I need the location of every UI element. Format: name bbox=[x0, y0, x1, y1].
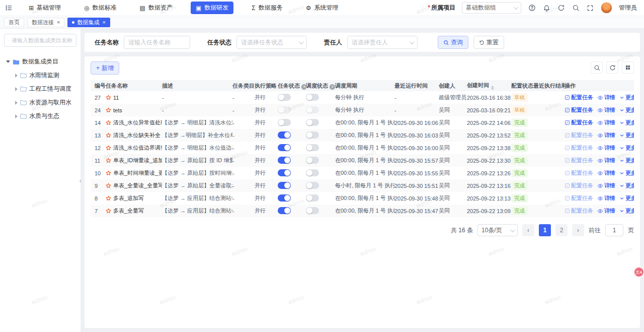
tree-node-child-2[interactable]: 工程工情与调度 bbox=[4, 82, 76, 96]
configure-task-link[interactable]: 配置任务 bbox=[565, 106, 593, 114]
configure-task-link[interactable]: 配置任务 bbox=[565, 157, 593, 164]
prev-page-button[interactable]: ‹ bbox=[522, 224, 534, 236]
task-status-toggle[interactable] bbox=[278, 131, 291, 139]
nav-item-6[interactable]: ⚙系统管理 bbox=[301, 2, 344, 14]
detail-link[interactable]: 详情 bbox=[597, 94, 615, 101]
tree-node-child-4[interactable]: 水质与生态 bbox=[4, 109, 76, 123]
task-status-toggle[interactable] bbox=[278, 157, 291, 164]
detail-link[interactable]: 详情 bbox=[597, 106, 615, 114]
schedule-status-toggle[interactable] bbox=[306, 131, 319, 139]
configure-task-link[interactable]: 配置任务 bbox=[565, 94, 593, 101]
sync-icon[interactable] bbox=[557, 4, 565, 12]
more-link[interactable]: 更多 bbox=[619, 119, 634, 126]
schedule-status-toggle[interactable] bbox=[306, 182, 319, 189]
table-search-icon[interactable] bbox=[591, 61, 603, 74]
detail-link[interactable]: 详情 bbox=[597, 119, 615, 126]
detail-link[interactable]: 详情 bbox=[597, 157, 615, 164]
nav-item-4[interactable]: ▣数据研发 bbox=[191, 2, 233, 14]
configure-task-link[interactable]: 配置任务 bbox=[565, 169, 593, 177]
task-status-toggle[interactable] bbox=[278, 119, 291, 126]
schedule-status-toggle[interactable] bbox=[306, 144, 319, 151]
configure-task-link[interactable]: 配置任务 bbox=[565, 182, 593, 189]
tree-node-root[interactable]: 数据集成类目 bbox=[4, 55, 76, 69]
schedule-status-toggle[interactable] bbox=[306, 194, 319, 202]
tab-3[interactable]: 数据集成× bbox=[67, 18, 110, 27]
task-status-toggle[interactable] bbox=[278, 106, 291, 113]
detail-link[interactable]: 详情 bbox=[597, 169, 615, 177]
task-status-toggle[interactable] bbox=[278, 194, 291, 202]
schedule-status-toggle[interactable] bbox=[306, 157, 319, 164]
task-status-toggle[interactable] bbox=[278, 94, 291, 101]
more-link[interactable]: 更多 bbox=[619, 194, 634, 202]
task-status-select[interactable]: 请选择任务状态 bbox=[236, 36, 307, 49]
nav-item-5[interactable]: Σ数据服务 bbox=[247, 2, 287, 14]
more-link[interactable]: 更多 bbox=[619, 144, 634, 152]
caret-right-icon[interactable] bbox=[15, 87, 18, 91]
task-status-toggle[interactable] bbox=[278, 144, 291, 151]
tab-2[interactable]: 数据连接× bbox=[27, 18, 64, 27]
page-button-2[interactable]: 2 bbox=[555, 224, 568, 236]
category-search-input[interactable]: 请输入数据集成类目名称 bbox=[4, 34, 76, 47]
goto-page-input[interactable]: 1 bbox=[605, 224, 623, 236]
schedule-status-toggle[interactable] bbox=[306, 119, 319, 126]
task-status-toggle[interactable] bbox=[278, 182, 291, 189]
schedule-status-toggle[interactable] bbox=[306, 94, 319, 101]
page-button-1[interactable]: 1 bbox=[539, 224, 551, 236]
close-icon[interactable]: × bbox=[57, 20, 60, 25]
schedule-status-toggle[interactable] bbox=[306, 207, 319, 214]
page-size-select[interactable]: 10条/页 bbox=[477, 224, 518, 236]
bell-icon[interactable] bbox=[542, 4, 550, 12]
sidebar-collapse-handle[interactable]: ‹ bbox=[78, 174, 83, 187]
tab-1[interactable]: 首页 bbox=[4, 18, 24, 27]
caret-down-icon[interactable] bbox=[6, 60, 10, 63]
detail-link[interactable]: 详情 bbox=[597, 144, 615, 152]
close-icon[interactable]: × bbox=[102, 20, 105, 25]
configure-task-link[interactable]: 配置任务 bbox=[565, 131, 593, 139]
fullscreen-icon[interactable] bbox=[586, 4, 594, 12]
owner-select[interactable]: 请选择责任人 bbox=[347, 36, 418, 49]
nav-item-3[interactable]: ▤数据资产 bbox=[135, 2, 178, 14]
column-settings-icon[interactable] bbox=[622, 61, 634, 74]
nav-item-2[interactable]: ◎数据标准 bbox=[79, 2, 121, 14]
query-button[interactable]: 查询 bbox=[438, 36, 468, 49]
add-button[interactable]: + 新增 bbox=[91, 61, 119, 75]
configure-task-link[interactable]: 配置任务 bbox=[565, 194, 593, 202]
configure-task-link[interactable]: 配置任务 bbox=[565, 144, 593, 152]
tree-node-child-1[interactable]: 水雨情监测 bbox=[4, 69, 76, 82]
project-select[interactable]: 基础数据组 bbox=[462, 2, 521, 14]
table-refresh-icon[interactable] bbox=[606, 61, 618, 74]
next-page-button[interactable]: › bbox=[572, 224, 584, 236]
more-link[interactable]: 更多 bbox=[619, 182, 634, 189]
detail-link[interactable]: 详情 bbox=[597, 194, 615, 202]
caret-right-icon[interactable] bbox=[15, 114, 18, 118]
more-link[interactable]: 更多 bbox=[619, 207, 634, 215]
avatar[interactable] bbox=[601, 2, 612, 14]
task-name-input[interactable]: 请输入任务名称 bbox=[124, 36, 190, 49]
configure-task-link[interactable]: 配置任务 bbox=[565, 119, 593, 126]
caret-right-icon[interactable] bbox=[15, 74, 18, 78]
schedule-status-toggle[interactable] bbox=[306, 106, 319, 113]
translate-icon[interactable]: 文A bbox=[634, 268, 643, 277]
configure-task-link[interactable]: 配置任务 bbox=[565, 207, 593, 215]
info-icon[interactable]: ? bbox=[330, 84, 335, 90]
help-icon[interactable] bbox=[528, 4, 536, 12]
schedule-status-toggle[interactable] bbox=[306, 169, 319, 176]
task-status-toggle[interactable] bbox=[278, 207, 291, 214]
info-icon[interactable]: ? bbox=[301, 84, 306, 90]
caret-right-icon[interactable] bbox=[15, 101, 18, 105]
detail-link[interactable]: 详情 bbox=[597, 207, 615, 215]
tree-node-child-3[interactable]: 水资源与取用水 bbox=[4, 96, 76, 109]
sort-icon[interactable] bbox=[491, 86, 494, 90]
detail-link[interactable]: 详情 bbox=[597, 131, 615, 139]
more-link[interactable]: 更多 bbox=[619, 94, 634, 101]
more-link[interactable]: 更多 bbox=[619, 169, 634, 177]
more-link[interactable]: 更多 bbox=[619, 131, 634, 139]
search-icon[interactable] bbox=[572, 4, 580, 12]
reset-button[interactable]: 重置 bbox=[473, 36, 504, 49]
task-status-toggle[interactable] bbox=[278, 169, 291, 176]
detail-link[interactable]: 详情 bbox=[597, 182, 615, 189]
more-link[interactable]: 更多 bbox=[619, 157, 634, 164]
menu-fold-icon[interactable] bbox=[5, 4, 13, 12]
more-link[interactable]: 更多 bbox=[619, 106, 634, 114]
nav-item-1[interactable]: ⊞基础管理 bbox=[24, 2, 66, 14]
